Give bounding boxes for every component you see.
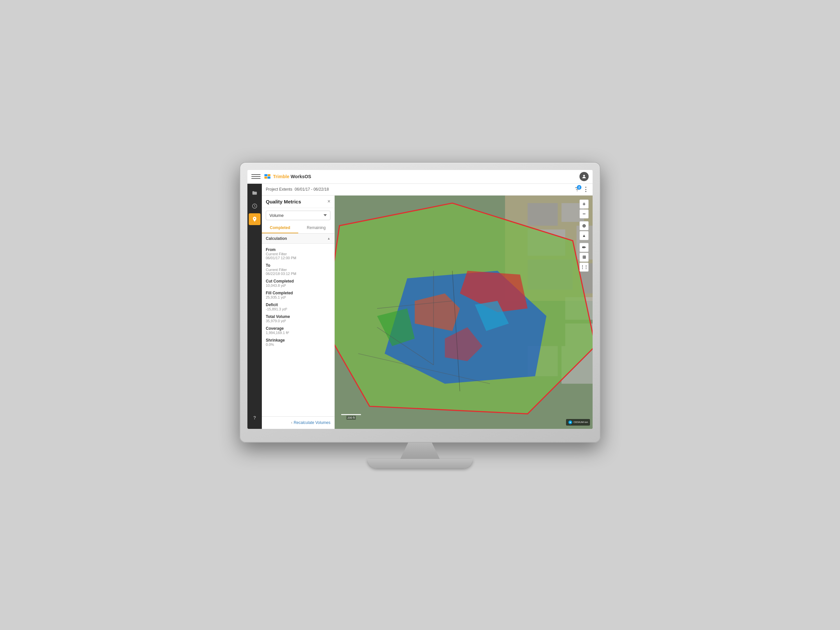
map-area[interactable]: i + − ⊕ ▲ ✏ ⊞ ⋮⋮: [335, 196, 592, 429]
metric-total-label: Total Volume: [266, 314, 330, 319]
more-options-button[interactable]: ⋮: [583, 186, 589, 193]
metric-coverage-value: 1,994,169.1 ft²: [266, 331, 330, 335]
calculation-section: Calculation ▲: [262, 234, 334, 244]
cesium-logo: CESIUM ion: [566, 419, 590, 426]
main-body: ? Project Extents 06/01/17 - 06/22/18: [248, 184, 592, 429]
map-controls: + − ⊕ ▲ ✏ ⊞ ⋮⋮: [579, 199, 589, 272]
zoom-in-button[interactable]: +: [579, 199, 589, 209]
metric-shrinkage-label: Shrinkage: [266, 338, 330, 343]
svg-rect-1: [268, 174, 270, 176]
user-avatar[interactable]: [579, 172, 589, 181]
metric-from: From Current Filter 06/01/17 12:00 PM: [262, 246, 334, 262]
project-date-range: 06/01/17 - 06/22/18: [295, 187, 329, 192]
section-arrow-icon: ▲: [327, 237, 330, 240]
back-arrow-icon: ‹: [291, 420, 292, 425]
sub-header-icons: 2 ⋮: [574, 186, 589, 193]
scale-line: [341, 414, 361, 415]
panel-dropdown-container: Volume Area Other: [266, 211, 330, 220]
project-extents-title: Project Extents 06/01/17 - 06/22/18: [266, 187, 574, 192]
monitor-stand-neck: [400, 443, 440, 459]
sidebar-item-help[interactable]: ?: [249, 412, 261, 424]
locate-button[interactable]: ⊕: [579, 221, 589, 231]
panel-title: Quality Metrics: [266, 199, 301, 204]
tab-completed[interactable]: Completed: [262, 223, 298, 233]
filter-badge[interactable]: 2: [574, 186, 580, 192]
panel-footer: ‹ Recalculate Volumes: [262, 416, 334, 429]
sidebar-item-clock[interactable]: [249, 200, 261, 212]
metric-from-date: 06/01/17 12:00 PM: [266, 256, 330, 260]
sub-header: Project Extents 06/01/17 - 06/22/18: [262, 184, 592, 196]
sidebar: ?: [248, 184, 262, 429]
metric-from-label: From: [266, 248, 330, 252]
cesium-text: CESIUM ion: [573, 421, 588, 424]
scale-label: 200 ft: [346, 416, 356, 420]
metric-to-filter: Current Filter: [266, 268, 330, 272]
zoom-out-button[interactable]: −: [579, 209, 589, 218]
metric-shrinkage: Shrinkage 0.0%: [262, 336, 334, 348]
metric-deficit: Deficit -15,891.3 yd³: [262, 301, 334, 313]
tab-remaining[interactable]: Remaining: [298, 223, 335, 233]
metric-fill-value: 25,935.1 yd³: [266, 295, 330, 299]
metric-to: To Current Filter 06/22/18 03:12 PM: [262, 262, 334, 277]
metric-fill-completed: Fill Completed 25,935.1 yd³: [262, 289, 334, 301]
screen: Trimble WorksOS: [248, 170, 592, 429]
draw-button[interactable]: ✏: [579, 243, 589, 252]
monitor-stand-base: [368, 459, 472, 468]
folder-icon: [252, 190, 257, 196]
cesium-logo-icon: [568, 420, 573, 425]
map-overlay-svg: i: [335, 196, 592, 429]
monitor-bezel: Trimble WorksOS: [240, 162, 600, 443]
panel-header: Quality Metrics ×: [262, 196, 334, 208]
panel-close-button[interactable]: ×: [327, 199, 330, 204]
metric-coverage-label: Coverage: [266, 326, 330, 331]
calculation-label: Calculation: [266, 236, 287, 241]
volume-dropdown[interactable]: Volume Area Other: [266, 211, 330, 220]
metric-shrinkage-value: 0.0%: [266, 343, 330, 346]
app-container: Trimble WorksOS: [248, 170, 592, 429]
quality-metrics-panel: Quality Metrics × Volume Area Other: [262, 196, 335, 429]
logo-icon: [264, 173, 271, 180]
metrics-list: From Current Filter 06/01/17 12:00 PM To…: [262, 244, 334, 416]
svg-rect-3: [267, 177, 270, 178]
calculation-section-header[interactable]: Calculation ▲: [262, 234, 334, 244]
monitor-wrapper: Trimble WorksOS: [240, 162, 600, 468]
metric-total-value: 35,979.0 yd³: [266, 319, 330, 323]
logo-text: Trimble WorksOS: [273, 174, 311, 179]
metric-cut-label: Cut Completed: [266, 279, 330, 284]
svg-rect-0: [264, 174, 267, 176]
app-logo: Trimble WorksOS: [264, 173, 311, 180]
panel-tabs: Completed Remaining: [262, 223, 334, 234]
scale-bar: 200 ft: [341, 414, 361, 420]
metric-coverage: Coverage 1,994,169.1 ft²: [262, 325, 334, 336]
hamburger-menu-button[interactable]: [251, 172, 261, 181]
metric-fill-label: Fill Completed: [266, 291, 330, 295]
project-title-text: Project Extents: [266, 187, 292, 192]
svg-rect-2: [264, 177, 267, 178]
metric-deficit-value: -15,891.3 yd³: [266, 307, 330, 311]
pin-icon: [252, 216, 257, 222]
sidebar-item-folder[interactable]: [249, 187, 261, 199]
sidebar-item-pin[interactable]: [249, 213, 261, 225]
metric-to-label: To: [266, 263, 330, 268]
clock-icon: [252, 203, 257, 209]
logo-text-worksOS: WorksOS: [291, 174, 311, 179]
metric-cut-completed: Cut Completed 10,043.8 yd³: [262, 277, 334, 289]
top-bar: Trimble WorksOS: [248, 170, 592, 184]
logo-text-trimble: Trimble: [273, 174, 291, 179]
recalculate-volumes-button[interactable]: Recalculate Volumes: [294, 420, 330, 425]
metric-deficit-label: Deficit: [266, 303, 330, 307]
svg-point-4: [583, 175, 585, 177]
grid-button[interactable]: ⋮⋮: [579, 262, 589, 272]
metric-cut-value: 10,043.8 yd³: [266, 284, 330, 287]
metric-to-date: 06/22/18 03:12 PM: [266, 272, 330, 276]
metric-total-volume: Total Volume 35,979.0 yd³: [262, 313, 334, 325]
metric-from-filter: Current Filter: [266, 252, 330, 256]
terrain-button[interactable]: ▲: [579, 231, 589, 240]
svg-rect-8: [577, 191, 578, 191]
filter-count-badge: 2: [577, 185, 581, 189]
person-icon: [581, 174, 587, 179]
content-area: Quality Metrics × Volume Area Other: [262, 196, 592, 429]
svg-rect-11: [527, 203, 558, 226]
layers-button[interactable]: ⊞: [579, 253, 589, 262]
